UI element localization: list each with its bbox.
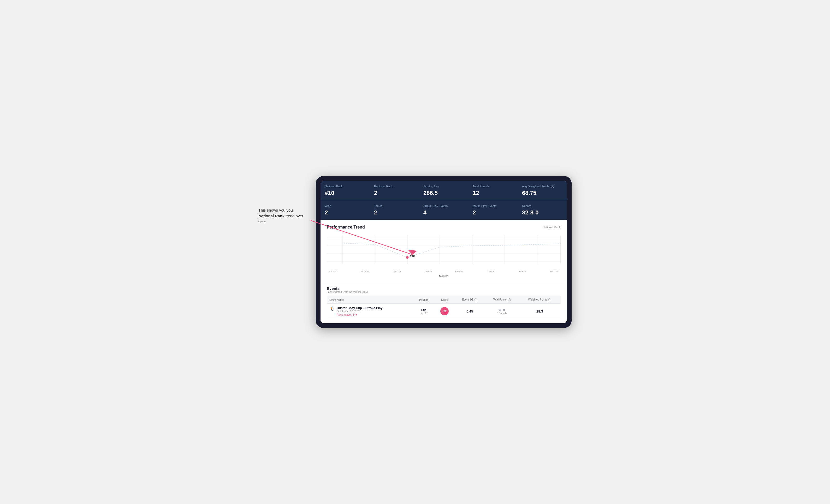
- weighted-points-value: 28.3: [536, 309, 543, 313]
- stat-match-play-events-label: Match Play Events: [473, 204, 513, 208]
- stat-wins-label: Wins: [325, 204, 365, 208]
- stat-stroke-play-events-value: 4: [423, 209, 464, 216]
- events-updated: Last updated: 24th November 2023: [327, 291, 561, 294]
- event-rank-impact: Rank Impact: 3 ▼: [337, 313, 382, 316]
- col-total-points: Total Points i: [485, 296, 519, 304]
- stat-scoring-avg-value: 286.5: [423, 190, 464, 196]
- stat-match-play-events-value: 2: [473, 209, 513, 216]
- events-table: Event Name Position Score Event SG i: [327, 296, 561, 319]
- weighted-points-cell: 28.3: [519, 304, 561, 319]
- stat-scoring-avg: Scoring Avg. 286.5: [419, 181, 468, 200]
- total-points-cell: 28.3 3 Rounds: [485, 304, 519, 319]
- stat-match-play-events: Match Play Events 2: [469, 200, 518, 220]
- events-title: Events: [327, 286, 561, 291]
- stat-total-rounds: Total Rounds 12: [469, 181, 518, 200]
- col-event-name: Event Name: [327, 296, 413, 304]
- svg-text:#10: #10: [410, 254, 415, 258]
- stat-regional-rank-label: Regional Rank: [374, 184, 415, 188]
- stat-national-rank-value: #10: [325, 190, 365, 196]
- stat-avg-weighted-points-value: 68.75: [522, 190, 563, 196]
- chart-svg: #10: [327, 233, 561, 269]
- stat-avg-weighted-points: Avg. Weighted Points i 68.75: [518, 181, 567, 200]
- stat-wins: Wins 2: [321, 200, 370, 220]
- x-label-jan24: JAN 24: [424, 270, 432, 273]
- performance-subtitle: National Rank: [543, 226, 561, 229]
- stat-national-rank-label: National Rank: [325, 184, 365, 188]
- event-name: Buster Cozy Cup – Stroke Play: [337, 306, 382, 310]
- annotation: This shows you your National Rank trend …: [258, 207, 311, 225]
- event-dates: Oct 9 - Oct 10, 2023: [337, 310, 382, 313]
- event-score-cell: -22: [435, 304, 455, 319]
- performance-section: Performance Trend National Rank: [321, 220, 567, 282]
- annotation-text-normal: This shows you your: [258, 208, 294, 212]
- stat-stroke-play-events: Stroke Play Events 4: [419, 200, 468, 220]
- stat-total-rounds-label: Total Rounds: [473, 184, 513, 188]
- stat-record: Record 32-8-0: [518, 200, 567, 220]
- stat-record-label: Record: [522, 204, 563, 208]
- stat-national-rank: National Rank #10: [321, 181, 370, 200]
- event-info-cell: 🏌️ Buster Cozy Cup – Stroke Play Oct 9 -…: [327, 304, 413, 319]
- stat-total-rounds-value: 12: [473, 190, 513, 196]
- annotation-text-bold: National Rank: [258, 214, 285, 218]
- event-sg-info-icon: i: [475, 298, 477, 301]
- performance-title: Performance Trend: [327, 225, 365, 230]
- x-label-feb24: FEB 24: [455, 270, 463, 273]
- performance-header: Performance Trend National Rank: [327, 225, 561, 230]
- stats-row-1: National Rank #10 Regional Rank 2 Scorin…: [321, 181, 567, 200]
- event-sg-cell: 0.45: [455, 304, 485, 319]
- x-label-dec23: DEC 23: [392, 270, 401, 273]
- col-position: Position: [413, 296, 435, 304]
- x-label-may24: MAY 24: [550, 270, 558, 273]
- stat-regional-rank-value: 2: [374, 190, 415, 196]
- stats-row-2: Wins 2 Top 3s 2 Stroke Play Events 4 Mat…: [321, 200, 567, 220]
- stat-avg-weighted-points-label: Avg. Weighted Points i: [522, 184, 563, 188]
- rank-impact-arrow: ▼: [355, 313, 358, 316]
- stat-top3s-label: Top 3s: [374, 204, 415, 208]
- stat-top3s-value: 2: [374, 209, 415, 216]
- chart-x-title: Months: [327, 274, 561, 277]
- x-label-mar24: MAR 24: [486, 270, 495, 273]
- event-position-cell: 6th out of 7: [413, 304, 435, 319]
- golf-icon: 🏌️: [329, 306, 334, 311]
- total-points-sub: 3 Rounds: [487, 312, 516, 314]
- event-score-badge: -22: [440, 307, 449, 315]
- x-label-nov23: NOV 23: [361, 270, 369, 273]
- info-icon: i: [551, 185, 554, 188]
- chart-x-labels: OCT 23 NOV 23 DEC 23 JAN 24 FEB 24 MAR 2…: [327, 270, 561, 273]
- stat-regional-rank: Regional Rank 2: [370, 181, 419, 200]
- weighted-points-info-icon: i: [548, 298, 551, 301]
- table-row: 🏌️ Buster Cozy Cup – Stroke Play Oct 9 -…: [327, 304, 561, 319]
- event-score: -22: [442, 310, 447, 313]
- tablet-frame: National Rank #10 Regional Rank 2 Scorin…: [316, 176, 572, 328]
- event-position-sub: out of 7: [416, 312, 432, 314]
- stat-stroke-play-events-label: Stroke Play Events: [423, 204, 464, 208]
- col-weighted-points: Weighted Points i: [519, 296, 561, 304]
- col-event-sg: Event SG i: [455, 296, 485, 304]
- tablet-screen: National Rank #10 Regional Rank 2 Scorin…: [321, 181, 567, 324]
- events-section: Events Last updated: 24th November 2023 …: [321, 282, 567, 323]
- page-wrapper: This shows you your National Rank trend …: [258, 176, 572, 328]
- stat-record-value: 32-8-0: [522, 209, 563, 216]
- x-label-apr24: APR 24: [518, 270, 526, 273]
- col-score: Score: [435, 296, 455, 304]
- stat-scoring-avg-label: Scoring Avg.: [423, 184, 464, 188]
- event-position: 6th: [416, 308, 432, 312]
- x-label-oct23: OCT 23: [329, 270, 338, 273]
- chart-container: #10: [327, 233, 561, 269]
- total-points-info-icon: i: [508, 298, 511, 301]
- total-points-value: 28.3: [487, 308, 516, 312]
- stat-wins-value: 2: [325, 209, 365, 216]
- stat-top3s: Top 3s 2: [370, 200, 419, 220]
- event-sg-value: 0.45: [467, 309, 473, 313]
- chart-dot: [406, 256, 409, 259]
